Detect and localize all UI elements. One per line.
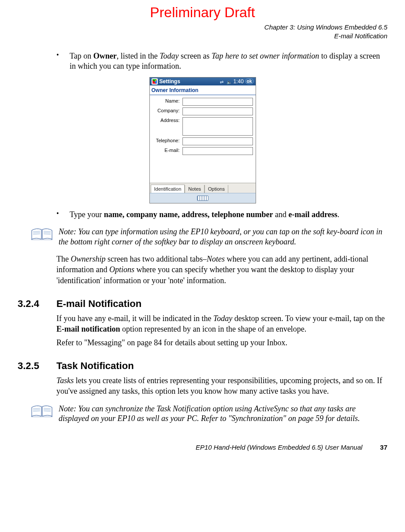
label-name: Name:	[152, 98, 182, 103]
bullet-owner-text: Tap on Owner, listed in the Today screen…	[70, 51, 387, 72]
tab-identification[interactable]: Identification	[151, 185, 185, 193]
ss-time: 1:40	[233, 78, 243, 85]
note-keyboard: Note: You can type information using the…	[31, 227, 387, 247]
footer-page-number: 37	[380, 443, 387, 451]
label-address: Address:	[152, 117, 182, 123]
ok-button[interactable]: ok	[245, 78, 254, 84]
tab-options[interactable]: Options	[204, 185, 228, 193]
note-sync: Note: You can synchronize the Task Notif…	[31, 404, 387, 424]
section-3-2-5: 3.2.5 Task Notification	[18, 360, 387, 372]
bullet-marker: •	[56, 210, 70, 220]
note-keyboard-text: Note: You can type information using the…	[59, 227, 387, 247]
bullet-owner: • Tap on Owner, listed in the Today scre…	[56, 51, 387, 72]
section-title-325: Task Notification	[56, 360, 134, 372]
section-title-324: E-mail Notification	[56, 298, 141, 310]
footer-manual-title: EP10 Hand-Held (Windows Embedded 6.5) Us…	[196, 443, 362, 451]
task-paragraph-1: Tasks lets you create lists of entries r…	[56, 375, 387, 397]
ss-softkey-bar	[150, 193, 256, 203]
connection-icon	[220, 79, 225, 84]
chapter-header: Chapter 3: Using Windows Embedded 6.5 E-…	[18, 23, 387, 40]
bullet-type-info: • Type your name, company name, address,…	[56, 210, 387, 220]
chapter-line-1: Chapter 3: Using Windows Embedded 6.5	[18, 23, 387, 32]
preliminary-draft-title: Preliminary Draft	[18, 4, 387, 21]
volume-icon	[227, 79, 232, 84]
ss-titlebar: Settings 1:40 ok	[150, 78, 256, 85]
page-footer: EP10 Hand-Held (Windows Embedded 6.5) Us…	[18, 443, 387, 451]
book-icon	[31, 228, 53, 240]
input-address[interactable]	[182, 117, 253, 136]
owner-info-screenshot: Settings 1:40 ok Owner Information Name:…	[149, 77, 256, 203]
ss-section-header: Owner Information	[150, 85, 256, 95]
label-email: E-mail:	[152, 147, 182, 153]
book-icon	[31, 405, 53, 417]
email-paragraph-2: Refer to "Messaging" on page 84 for deta…	[56, 337, 387, 348]
bullet-type-text: Type your name, company name, address, t…	[70, 210, 387, 220]
label-company: Company:	[152, 107, 182, 113]
input-company[interactable]	[182, 107, 253, 115]
input-telephone[interactable]	[182, 137, 253, 145]
email-paragraph-1: If you have any e-mail, it will be indic…	[56, 313, 387, 335]
section-num-324: 3.2.4	[18, 298, 56, 310]
tab-notes[interactable]: Notes	[185, 185, 204, 193]
ownership-paragraph: The Ownership screen has two additional …	[56, 254, 387, 286]
label-telephone: Telephone:	[152, 137, 182, 143]
keyboard-icon[interactable]	[197, 196, 208, 201]
chapter-line-2: E-mail Notification	[18, 32, 387, 41]
section-num-325: 3.2.5	[18, 360, 56, 372]
ss-title: Settings	[160, 78, 180, 85]
note-sync-text: Note: You can synchronize the Task Notif…	[59, 404, 387, 424]
section-3-2-4: 3.2.4 E-mail Notification	[18, 298, 387, 310]
input-email[interactable]	[182, 147, 253, 155]
ss-tabstrip: Identification Notes Options	[150, 183, 256, 193]
bullet-marker: •	[56, 51, 70, 72]
windows-flag-icon	[152, 78, 158, 85]
input-name[interactable]	[182, 98, 253, 106]
